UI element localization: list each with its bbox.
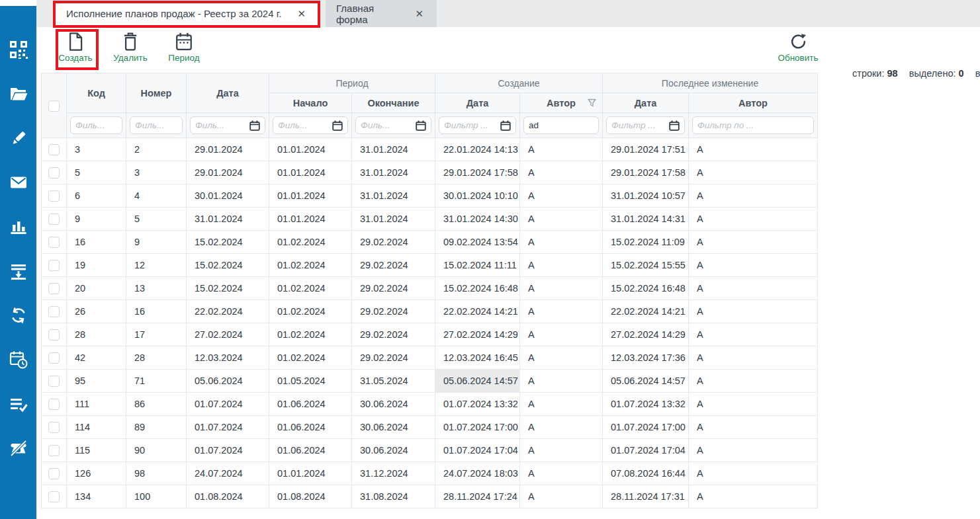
grid-cell-created-date[interactable]: 31.01.2024 14:30	[435, 208, 520, 231]
column-header-date[interactable]: Дата	[187, 73, 269, 113]
row-checkbox[interactable]	[48, 306, 60, 317]
grid-cell-date[interactable]: 15.02.2024	[187, 254, 269, 277]
column-header-period-end[interactable]: Окончание	[352, 93, 435, 113]
grid-cell-number[interactable]: 90	[126, 439, 187, 462]
grid-cell-code[interactable]: 42	[67, 346, 126, 370]
row-checkbox[interactable]	[48, 491, 60, 502]
grid-cell-modified-author[interactable]: A	[689, 300, 818, 323]
grid-cell-modified-date[interactable]: 01.07.2024 17:04	[603, 439, 689, 462]
bar-chart-icon[interactable]	[9, 217, 28, 237]
calendar-picker-icon[interactable]	[500, 120, 511, 131]
grid-cell-created-author[interactable]: A	[520, 416, 603, 439]
sync-icon[interactable]	[9, 305, 28, 325]
grid-cell-created-date[interactable]: 24.07.2024 18:03	[435, 462, 520, 485]
envelope-icon[interactable]	[9, 173, 28, 192]
grid-cell-created-date[interactable]: 29.01.2024 17:58	[435, 161, 520, 184]
grid-cell-created-author[interactable]: A	[520, 346, 603, 370]
row-checkbox[interactable]	[48, 468, 60, 479]
grid-cell-modified-date[interactable]: 05.06.2024 14:57	[603, 370, 689, 393]
filter-input-date[interactable]	[195, 117, 248, 134]
grid-cell-period-end[interactable]: 29.02.2024	[352, 346, 435, 370]
qr-code-icon[interactable]	[9, 40, 28, 60]
row-checkbox[interactable]	[48, 329, 60, 340]
grid-cell-modified-date[interactable]: 28.11.2024 17:31	[603, 485, 689, 508]
grid-cell-period-end[interactable]: 29.02.2024	[352, 231, 435, 254]
grid-cell-code[interactable]: 19	[67, 254, 126, 277]
grid-cell-created-date[interactable]: 09.02.2024 13:54	[435, 231, 520, 254]
grid-cell-modified-author[interactable]: A	[689, 277, 818, 300]
grid-cell-date[interactable]: 15.02.2024	[187, 277, 269, 300]
tab-main-form[interactable]: Главная форма ✕	[326, 0, 437, 27]
filter-input-code[interactable]	[75, 117, 117, 134]
row-checkbox[interactable]	[48, 214, 60, 225]
grid-cell-period-end[interactable]: 29.02.2024	[352, 254, 435, 277]
grid-cell-number[interactable]: 98	[126, 462, 187, 485]
calendar-picker-icon[interactable]	[332, 120, 343, 131]
grid-cell-created-author[interactable]: A	[520, 462, 603, 485]
column-header-code[interactable]: Код	[67, 73, 126, 113]
calendar-picker-icon[interactable]	[249, 120, 260, 131]
grid-cell-modified-author[interactable]: A	[689, 161, 818, 184]
grid-cell-code[interactable]: 20	[67, 277, 126, 300]
grid-cell-modified-author[interactable]: A	[689, 462, 818, 485]
grid-cell-modified-date[interactable]: 01.07.2024 17:00	[603, 416, 689, 439]
grid-cell-created-date[interactable]: 28.11.2024 17:24	[435, 485, 520, 508]
grid-cell-modified-date[interactable]: 31.01.2024 14:31	[603, 208, 689, 231]
filter-input-created-author[interactable]	[529, 117, 594, 134]
grid-cell-period-start[interactable]: 01.01.2024	[269, 208, 352, 231]
row-checkbox[interactable]	[48, 167, 60, 179]
grid-cell-code[interactable]: 5	[67, 161, 126, 184]
grid-cell-created-author[interactable]: A	[520, 370, 603, 393]
grid-cell-created-author[interactable]: A	[520, 277, 603, 300]
grid-cell-modified-author[interactable]: A	[689, 393, 818, 416]
phone-off-icon[interactable]	[9, 438, 28, 458]
period-button[interactable]: Период	[158, 30, 210, 71]
grid-cell-modified-author[interactable]: A	[689, 231, 818, 254]
grid-cell-code[interactable]: 126	[67, 462, 126, 485]
grid-cell-created-date[interactable]: 15.02.2024 11:11	[435, 254, 520, 277]
list-check-icon[interactable]	[9, 394, 28, 414]
row-checkbox[interactable]	[48, 422, 60, 433]
grid-cell-number[interactable]: 71	[126, 370, 187, 393]
grid-cell-period-end[interactable]: 30.06.2024	[352, 393, 435, 416]
grid-cell-code[interactable]: 6	[67, 184, 126, 208]
grid-cell-modified-date[interactable]: 15.02.2024 15:55	[603, 254, 689, 277]
grid-cell-date[interactable]: 05.06.2024	[187, 370, 269, 393]
row-checkbox[interactable]	[48, 260, 60, 271]
grid-cell-modified-date[interactable]: 15.02.2024 16:48	[603, 277, 689, 300]
grid-cell-number[interactable]: 89	[126, 416, 187, 439]
grid-cell-period-start[interactable]: 01.02.2024	[269, 300, 352, 323]
grid-cell-date[interactable]: 29.01.2024	[187, 161, 269, 184]
grid-cell-number[interactable]: 9	[126, 231, 187, 254]
grid-cell-created-date[interactable]: 22.02.2024 14:21	[435, 300, 520, 323]
grid-cell-period-start[interactable]: 01.01.2024	[269, 462, 352, 485]
grid-cell-number[interactable]: 12	[126, 254, 187, 277]
grid-cell-period-end[interactable]: 29.02.2024	[352, 277, 435, 300]
grid-cell-number[interactable]: 17	[126, 323, 187, 346]
grid-cell-created-author[interactable]: A	[520, 439, 603, 462]
grid-cell-period-end[interactable]: 31.05.2024	[352, 370, 435, 393]
grid-cell-created-author[interactable]: A	[520, 208, 603, 231]
grid-cell-created-author[interactable]: A	[520, 231, 603, 254]
filter-input-modified-author[interactable]	[697, 117, 809, 134]
grid-cell-number[interactable]: 4	[126, 184, 187, 208]
grid-cell-period-start[interactable]: 01.06.2024	[269, 393, 352, 416]
row-checkbox[interactable]	[48, 376, 60, 387]
grid-cell-modified-author[interactable]: A	[689, 346, 818, 370]
filter-input-period-start[interactable]	[278, 117, 331, 134]
grid-cell-period-start[interactable]: 01.01.2024	[269, 161, 352, 184]
grid-cell-period-end[interactable]: 31.01.2024	[352, 138, 435, 161]
grid-cell-modified-author[interactable]: A	[689, 416, 818, 439]
grid-cell-number[interactable]: 100	[126, 485, 187, 508]
grid-cell-period-end[interactable]: 29.02.2024	[352, 300, 435, 323]
filter-input-number[interactable]	[135, 117, 177, 134]
grid-cell-code[interactable]: 28	[67, 323, 126, 346]
grid-cell-period-start[interactable]: 01.08.2024	[269, 485, 352, 508]
active-filter-funnel-icon[interactable]	[588, 99, 596, 109]
grid-cell-code[interactable]: 26	[67, 300, 126, 323]
grid-cell-date[interactable]: 01.07.2024	[187, 416, 269, 439]
filter-input-period-end[interactable]	[361, 117, 414, 134]
grid-cell-period-end[interactable]: 31.01.2024	[352, 208, 435, 231]
grid-cell-created-author[interactable]: A	[520, 485, 603, 508]
grid-cell-number[interactable]: 3	[126, 161, 187, 184]
